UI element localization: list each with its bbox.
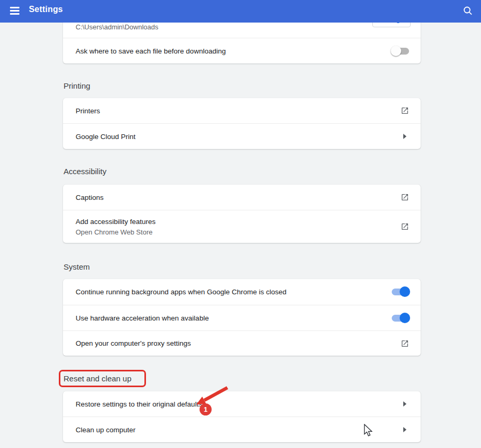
background-apps-toggle[interactable] bbox=[392, 289, 409, 295]
restore-settings-label: Restore settings to their original defau… bbox=[76, 400, 202, 408]
chevron-right-icon bbox=[403, 134, 406, 139]
captions-row[interactable]: Captions bbox=[63, 185, 421, 210]
section-title-accessibility: Accessibility bbox=[64, 167, 107, 176]
menu-icon[interactable] bbox=[10, 7, 19, 15]
section-title-system: System bbox=[64, 262, 90, 271]
clean-up-computer-label: Clean up computer bbox=[76, 426, 135, 434]
highlight-rectangle-annotation bbox=[59, 370, 146, 387]
printers-row[interactable]: Printers bbox=[63, 98, 421, 123]
captions-label: Captions bbox=[76, 194, 103, 201]
external-link-icon bbox=[401, 222, 409, 231]
hardware-acceleration-toggle[interactable] bbox=[392, 315, 409, 322]
external-link-icon bbox=[401, 193, 409, 201]
restore-settings-row[interactable]: Restore settings to their original defau… bbox=[63, 391, 421, 417]
page-title: Settings bbox=[29, 5, 63, 14]
ask-where-to-save-label: Ask where to save each file before downl… bbox=[76, 47, 226, 55]
chevron-right-icon bbox=[403, 401, 406, 407]
background-apps-label: Continue running background apps when Go… bbox=[76, 288, 287, 296]
chevron-right-icon bbox=[403, 427, 406, 432]
printers-label: Printers bbox=[76, 107, 100, 115]
accessibility-card: Captions Add accessibility features Open… bbox=[63, 185, 421, 243]
proxy-settings-label: Open your computer's proxy settings bbox=[76, 339, 191, 347]
hardware-acceleration-row[interactable]: Use hardware acceleration when available bbox=[63, 305, 421, 330]
add-accessibility-features-row[interactable]: Add accessibility features Open Chrome W… bbox=[63, 210, 421, 243]
external-link-icon bbox=[401, 106, 409, 115]
download-location-value: C:\Users\admin\Downloads bbox=[76, 23, 159, 31]
step-number-badge: 1 bbox=[200, 403, 212, 415]
chrome-settings-page: Settings C:\Users\admin\Downloads Change… bbox=[0, 0, 481, 448]
mouse-cursor-icon bbox=[363, 424, 374, 438]
google-cloud-print-row[interactable]: Google Cloud Print bbox=[63, 123, 421, 149]
ask-where-to-save-row[interactable]: Ask where to save each file before downl… bbox=[63, 38, 421, 63]
open-chrome-web-store-sublabel: Open Chrome Web Store bbox=[76, 228, 155, 236]
app-header: Settings bbox=[0, 0, 481, 23]
background-apps-row[interactable]: Continue running background apps when Go… bbox=[63, 279, 421, 305]
printing-card: Printers Google Cloud Print bbox=[63, 98, 421, 149]
section-title-printing: Printing bbox=[64, 81, 90, 90]
proxy-settings-row[interactable]: Open your computer's proxy settings bbox=[63, 330, 421, 356]
system-card: Continue running background apps when Go… bbox=[63, 279, 421, 356]
search-icon[interactable] bbox=[461, 4, 475, 18]
add-accessibility-features-label: Add accessibility features bbox=[76, 218, 155, 226]
external-link-icon bbox=[401, 339, 409, 348]
hardware-acceleration-label: Use hardware acceleration when available bbox=[76, 314, 209, 322]
google-cloud-print-label: Google Cloud Print bbox=[76, 133, 135, 141]
ask-where-to-save-toggle[interactable] bbox=[392, 48, 409, 55]
